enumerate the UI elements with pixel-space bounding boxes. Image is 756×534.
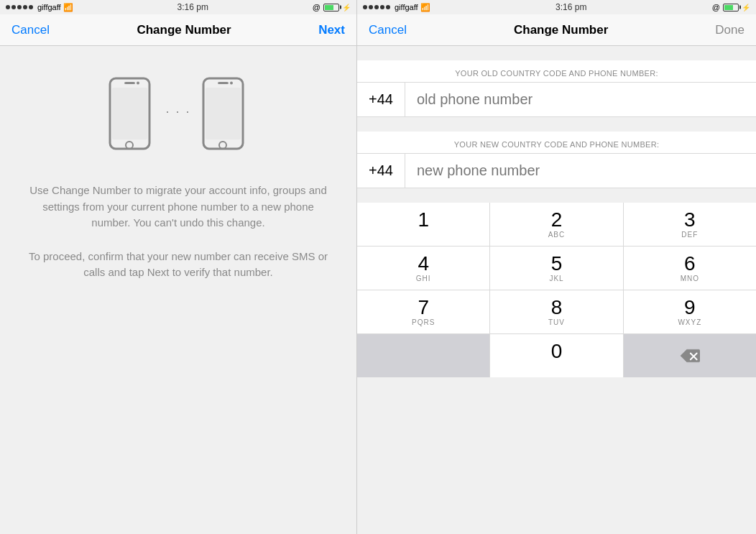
key-7-num: 7 xyxy=(418,298,429,318)
right-battery xyxy=(723,4,739,11)
left-panel: giffgaff 📶 3:16 pm @ ⚡ Cancel Change Num… xyxy=(0,0,356,534)
right-status-left: giffgaff 📶 xyxy=(363,3,430,12)
description-text-2: To proceed, confirm that your new number… xyxy=(22,249,335,281)
key-4-num: 4 xyxy=(418,254,429,274)
right-carrier-name: giffgaff xyxy=(395,3,418,11)
keypad-row-1: 1 2 ABC 3 DEF xyxy=(357,203,756,246)
key-2[interactable]: 2 ABC xyxy=(490,203,623,246)
key-8-letters: TUV xyxy=(548,318,565,326)
old-country-code: +44 xyxy=(357,83,405,116)
right-status-bar: giffgaff 📶 3:16 pm @ ⚡ xyxy=(357,0,756,14)
signal-dot xyxy=(369,5,373,9)
left-signal-dots xyxy=(6,5,33,9)
right-nav-bar: Cancel Change Number Done xyxy=(357,14,756,46)
description-text-1: Use Change Number to migrate your accoun… xyxy=(22,183,335,231)
old-phone-input-row: +44 xyxy=(357,82,756,117)
left-battery-fill xyxy=(325,5,333,10)
left-content: · · · Use Change Number to migrate your … xyxy=(0,46,356,534)
new-phone-input-row: +44 xyxy=(357,153,756,188)
new-country-code: +44 xyxy=(357,154,405,188)
new-number-section: YOUR NEW COUNTRY CODE AND PHONE NUMBER: … xyxy=(357,132,756,188)
key-5[interactable]: 5 JKL xyxy=(490,247,623,290)
key-5-num: 5 xyxy=(551,254,563,274)
key-8[interactable]: 8 TUV xyxy=(490,290,623,333)
key-0[interactable]: 0 xyxy=(490,334,623,377)
signal-dot xyxy=(11,5,16,9)
keypad: 1 2 ABC 3 DEF 4 GHI 5 xyxy=(357,203,756,377)
left-status-bar: giffgaff 📶 3:16 pm @ ⚡ xyxy=(0,0,356,14)
signal-dot xyxy=(29,5,33,9)
phones-illustration: · · · xyxy=(106,75,249,154)
key-8-num: 8 xyxy=(551,298,563,318)
key-0-num: 0 xyxy=(551,341,563,362)
left-at-icon: @ xyxy=(313,3,321,11)
signal-dot xyxy=(17,5,22,9)
left-nav-bar: Cancel Change Number Next xyxy=(0,14,356,46)
key-6-letters: MNO xyxy=(681,275,699,282)
phone-icon-right xyxy=(200,75,250,154)
left-status-right: @ ⚡ xyxy=(313,3,351,11)
right-content: YOUR OLD COUNTRY CODE AND PHONE NUMBER: … xyxy=(357,46,756,534)
key-6-num: 6 xyxy=(684,254,696,274)
key-2-letters: ABC xyxy=(548,231,566,239)
old-phone-input[interactable] xyxy=(405,83,756,116)
dots-between: · · · xyxy=(165,104,190,119)
key-4[interactable]: 4 GHI xyxy=(357,247,490,290)
left-next-button[interactable]: Next xyxy=(318,23,345,37)
key-1[interactable]: 1 xyxy=(357,203,490,246)
key-9-letters: WXYZ xyxy=(678,318,701,326)
key-3-num: 3 xyxy=(684,210,696,230)
left-battery-icon xyxy=(323,4,339,11)
svg-rect-6 xyxy=(206,88,241,139)
signal-dot xyxy=(23,5,27,9)
signal-dot xyxy=(386,5,390,9)
key-5-letters: JKL xyxy=(549,275,563,282)
right-bolt-icon: ⚡ xyxy=(742,4,750,11)
right-at-icon: @ xyxy=(712,3,720,11)
signal-dot xyxy=(6,5,10,9)
left-nav-title: Change Number xyxy=(137,23,231,37)
left-status-time: 3:16 pm xyxy=(178,2,208,12)
key-3[interactable]: 3 DEF xyxy=(624,203,756,246)
svg-rect-3 xyxy=(124,82,135,84)
key-empty xyxy=(357,334,490,377)
right-battery-icon xyxy=(723,4,739,11)
svg-rect-8 xyxy=(218,82,229,84)
left-cancel-button[interactable]: Cancel xyxy=(11,23,50,37)
new-section-label: YOUR NEW COUNTRY CODE AND PHONE NUMBER: xyxy=(357,132,756,153)
key-9-num: 9 xyxy=(684,298,696,318)
right-nav-title: Change Number xyxy=(514,23,608,37)
signal-dot xyxy=(363,5,367,9)
signal-dot xyxy=(374,5,379,9)
keypad-row-3: 7 PQRS 8 TUV 9 WXYZ xyxy=(357,290,756,333)
key-backspace[interactable] xyxy=(624,334,756,377)
keypad-row-4: 0 xyxy=(357,333,756,377)
key-7-letters: PQRS xyxy=(412,318,435,326)
key-1-letters xyxy=(422,231,425,239)
key-9[interactable]: 9 WXYZ xyxy=(624,290,756,333)
key-7[interactable]: 7 PQRS xyxy=(357,290,490,333)
right-done-button[interactable]: Done xyxy=(715,23,745,37)
right-wifi-icon: 📶 xyxy=(420,3,430,12)
key-1-num: 1 xyxy=(418,210,429,230)
left-battery xyxy=(323,4,339,11)
key-4-letters: GHI xyxy=(416,275,431,282)
svg-point-4 xyxy=(137,82,139,85)
right-panel: giffgaff 📶 3:16 pm @ ⚡ Cancel Change Num… xyxy=(356,0,756,534)
svg-point-9 xyxy=(230,82,233,85)
keypad-row-2: 4 GHI 5 JKL 6 MNO xyxy=(357,246,756,290)
key-3-letters: DEF xyxy=(681,231,698,239)
key-2-num: 2 xyxy=(551,210,563,230)
key-0-letters xyxy=(556,362,558,370)
svg-rect-1 xyxy=(112,88,147,139)
right-signal-dots xyxy=(363,5,390,9)
old-number-section: YOUR OLD COUNTRY CODE AND PHONE NUMBER: … xyxy=(357,60,756,117)
left-carrier-name: giffgaff xyxy=(37,3,61,11)
left-wifi-icon: 📶 xyxy=(63,3,73,12)
right-battery-fill xyxy=(724,5,733,10)
right-cancel-button[interactable]: Cancel xyxy=(369,23,407,37)
new-phone-input[interactable] xyxy=(405,154,756,188)
left-bolt-icon: ⚡ xyxy=(342,4,351,11)
left-status-left: giffgaff 📶 xyxy=(6,3,73,12)
key-6[interactable]: 6 MNO xyxy=(624,247,756,290)
